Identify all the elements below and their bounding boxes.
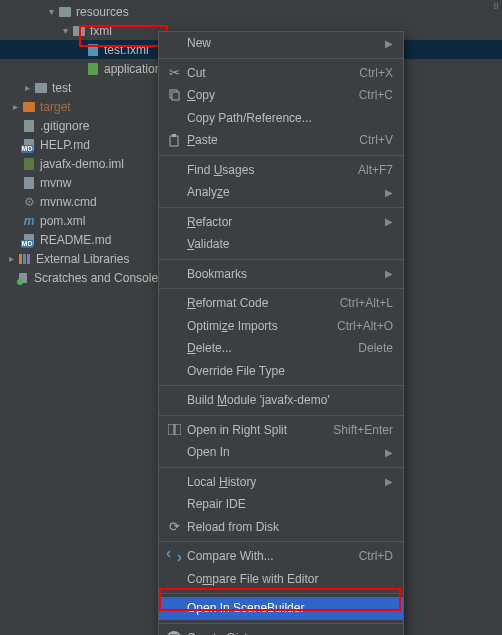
- menu-item-find-usages[interactable]: Find UsagesFind UsagesAlt+F7: [159, 159, 403, 182]
- chevron-right-icon: ▸: [6, 254, 16, 264]
- shortcut: Ctrl+V: [351, 133, 393, 147]
- split-icon: [165, 422, 183, 438]
- svg-rect-7: [170, 136, 178, 146]
- file-icon: [22, 119, 36, 133]
- separator: [159, 623, 403, 624]
- tree-label: javafx-demo.iml: [40, 157, 124, 171]
- markdown-file-icon: MD: [22, 233, 36, 247]
- menu-item-build-module[interactable]: Build Module 'javafx-demo'Build Module '…: [159, 389, 403, 412]
- shortcut: Ctrl+X: [351, 66, 393, 80]
- copy-icon: [165, 87, 183, 103]
- tree-label: pom.xml: [40, 214, 85, 228]
- folder-icon: [22, 100, 36, 114]
- context-menu: New▶ ✂CutCtrl+X CCopyopyCtrl+C Copy Path…: [158, 31, 404, 635]
- tree-label: External Libraries: [36, 252, 129, 266]
- svg-rect-0: [19, 254, 22, 264]
- gear-icon: ⚙: [22, 195, 36, 209]
- menu-item-copy-path[interactable]: Copy Path/Reference...: [159, 107, 403, 130]
- menu-item-delete[interactable]: Delete...Delete...Delete: [159, 337, 403, 360]
- scratches-icon: [16, 271, 30, 285]
- svg-rect-1: [23, 254, 26, 264]
- tree-label: mvnw.cmd: [40, 195, 97, 209]
- menu-item-refactor[interactable]: RefactorRefactor▶: [159, 211, 403, 234]
- chevron-right-icon: ▶: [385, 447, 393, 458]
- shortcut: Ctrl+D: [351, 549, 393, 563]
- svg-rect-8: [172, 134, 176, 137]
- separator: [159, 58, 403, 59]
- chevron-right-icon: ▶: [385, 216, 393, 227]
- chevron-right-icon: ▶: [385, 187, 393, 198]
- menu-item-analyze[interactable]: AnalyzeAnalyze▶: [159, 181, 403, 204]
- menu-item-optimize-imports[interactable]: Optimize ImportsOptimize ImportsCtrl+Alt…: [159, 315, 403, 338]
- shortcut: Delete: [350, 341, 393, 355]
- markdown-file-icon: MD: [22, 138, 36, 152]
- css-file-icon: [86, 62, 100, 76]
- libraries-icon: [18, 252, 32, 266]
- menu-item-reformat-code[interactable]: Reformat CodeReformat CodeCtrl+Alt+L: [159, 292, 403, 315]
- svg-rect-6: [172, 92, 179, 100]
- menu-item-repair-ide[interactable]: Repair IDE: [159, 493, 403, 516]
- separator: [159, 259, 403, 260]
- gutter-indicator: 9: [490, 0, 502, 12]
- separator: [159, 541, 403, 542]
- menu-item-open-in-scenebuilder[interactable]: Open In SceneBuilder: [159, 597, 403, 620]
- paste-icon: [165, 132, 183, 148]
- tree-label: HELP.md: [40, 138, 90, 152]
- menu-item-override-file-type[interactable]: Override File Type: [159, 360, 403, 383]
- separator: [159, 415, 403, 416]
- tree-label: fxml: [90, 24, 112, 38]
- iml-file-icon: [22, 157, 36, 171]
- folder-icon: [34, 81, 48, 95]
- chevron-right-icon: ▶: [385, 38, 393, 49]
- tree-label: README.md: [40, 233, 111, 247]
- github-icon: [165, 630, 183, 635]
- separator: [159, 155, 403, 156]
- menu-item-open-right-split[interactable]: Open in Right SplitShift+Enter: [159, 419, 403, 442]
- file-icon: [22, 176, 36, 190]
- shortcut: Ctrl+Alt+L: [332, 296, 393, 310]
- maven-file-icon: m: [22, 214, 36, 228]
- fxml-file-icon: [86, 43, 100, 57]
- svg-point-4: [17, 279, 23, 285]
- shortcut: Ctrl+Alt+O: [329, 319, 393, 333]
- menu-item-open-in[interactable]: Open In▶: [159, 441, 403, 464]
- chevron-right-icon: ▸: [10, 102, 20, 112]
- svg-rect-10: [175, 424, 181, 435]
- tree-label: target: [40, 100, 71, 114]
- tree-label: .gitignore: [40, 119, 89, 133]
- menu-item-copy[interactable]: CCopyopyCtrl+C: [159, 84, 403, 107]
- tree-item-resources[interactable]: ▾resources: [0, 2, 502, 21]
- tree-label: mvnw: [40, 176, 71, 190]
- separator: [159, 207, 403, 208]
- chevron-right-icon: ▶: [385, 268, 393, 279]
- menu-item-bookmarks[interactable]: Bookmarks▶: [159, 263, 403, 286]
- chevron-right-icon: ▸: [22, 83, 32, 93]
- tree-label: test: [52, 81, 71, 95]
- tree-label: application: [104, 62, 161, 76]
- tree-label: resources: [76, 5, 129, 19]
- chevron-right-icon: ▶: [385, 476, 393, 487]
- folder-icon: [58, 5, 72, 19]
- shortcut: Alt+F7: [350, 163, 393, 177]
- menu-item-reload-from-disk[interactable]: ⟳Reload from Disk: [159, 516, 403, 539]
- shortcut: Shift+Enter: [325, 423, 393, 437]
- shortcut: Ctrl+C: [351, 88, 393, 102]
- menu-item-local-history[interactable]: Local HistoryLocal History▶: [159, 471, 403, 494]
- menu-item-compare-file-editor[interactable]: Compare File with EditorCompare File wit…: [159, 568, 403, 591]
- menu-item-cut[interactable]: ✂CutCtrl+X: [159, 62, 403, 85]
- menu-item-compare-with[interactable]: Compare With...Compare With...Ctrl+D: [159, 545, 403, 568]
- menu-item-new[interactable]: New▶: [159, 32, 403, 55]
- separator: [159, 385, 403, 386]
- menu-item-paste[interactable]: PastePasteCtrl+V: [159, 129, 403, 152]
- tree-label: test.fxml: [104, 43, 149, 57]
- menu-item-create-gist[interactable]: Create Gist...: [159, 627, 403, 636]
- separator: [159, 288, 403, 289]
- svg-rect-2: [27, 254, 30, 264]
- folder-icon: [72, 24, 86, 38]
- separator: [159, 467, 403, 468]
- menu-item-validate[interactable]: ValidateValidate: [159, 233, 403, 256]
- diff-icon: [165, 548, 183, 564]
- chevron-down-icon: ▾: [60, 26, 70, 36]
- separator: [159, 593, 403, 594]
- svg-rect-9: [168, 424, 174, 435]
